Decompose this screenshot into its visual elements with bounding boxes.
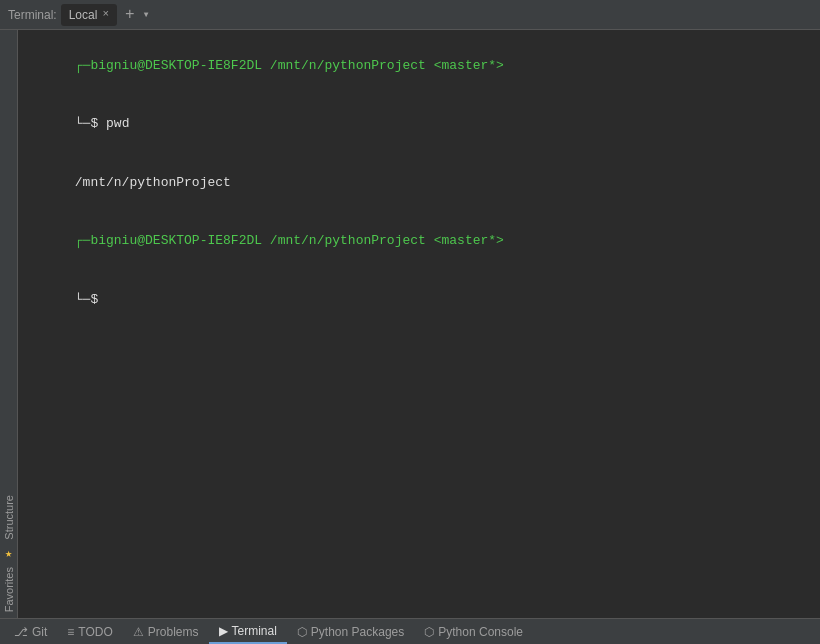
todo-tab[interactable]: ≡ TODO bbox=[57, 619, 122, 644]
favorites-label[interactable]: Favorites bbox=[1, 561, 17, 618]
favorites-star-icon: ★ bbox=[5, 546, 12, 561]
python-packages-icon: ⬡ bbox=[297, 625, 307, 639]
terminal-line-4: ┌─bigniu@DESKTOP-IE8F2DL /mnt/n/pythonPr… bbox=[28, 212, 810, 271]
python-packages-tab[interactable]: ⬡ Python Packages bbox=[287, 619, 414, 644]
local-tab-label: Local bbox=[69, 8, 98, 22]
prompt-dollar-2: └─$ bbox=[75, 292, 106, 307]
local-tab[interactable]: Local × bbox=[61, 4, 117, 26]
problems-tab[interactable]: ⚠ Problems bbox=[123, 619, 209, 644]
output-1: /mnt/n/pythonProject bbox=[75, 175, 231, 190]
terminal-line-5[interactable]: └─$ bbox=[28, 270, 810, 329]
terminal-content[interactable]: ┌─bigniu@DESKTOP-IE8F2DL /mnt/n/pythonPr… bbox=[18, 30, 820, 618]
python-console-icon: ⬡ bbox=[424, 625, 434, 639]
add-tab-button[interactable]: + bbox=[121, 6, 139, 24]
python-console-tab[interactable]: ⬡ Python Console bbox=[414, 619, 533, 644]
terminal-body: Structure ★ Favorites ┌─bigniu@DESKTOP-I… bbox=[0, 30, 820, 618]
terminal-tab[interactable]: ▶ Terminal bbox=[209, 619, 287, 644]
git-label: Git bbox=[32, 625, 47, 639]
problems-icon: ⚠ bbox=[133, 625, 144, 639]
prompt-path-1: /mnt/n/pythonProject bbox=[262, 58, 426, 73]
prompt-branch-2: <master*> bbox=[426, 233, 504, 248]
terminal-line-3: /mnt/n/pythonProject bbox=[28, 153, 810, 212]
terminal-line-2: └─$ pwd bbox=[28, 95, 810, 154]
todo-icon: ≡ bbox=[67, 625, 74, 639]
prompt-dollar-1: └─$ bbox=[75, 116, 106, 131]
terminal-tab-bar: Terminal: Local × + ▾ bbox=[0, 0, 820, 30]
problems-label: Problems bbox=[148, 625, 199, 639]
terminal-line-1: ┌─bigniu@DESKTOP-IE8F2DL /mnt/n/pythonPr… bbox=[28, 36, 810, 95]
terminal-bottom-label: Terminal bbox=[232, 624, 277, 638]
todo-label: TODO bbox=[78, 625, 112, 639]
prompt-branch-1: <master*> bbox=[426, 58, 504, 73]
terminal-label: Terminal: bbox=[8, 8, 57, 22]
git-tab[interactable]: ⎇ Git bbox=[4, 619, 57, 644]
command-1: pwd bbox=[106, 116, 129, 131]
side-labels-panel: Structure ★ Favorites bbox=[0, 30, 18, 618]
prompt-user-1: ┌─bigniu@DESKTOP-IE8F2DL bbox=[75, 58, 262, 73]
structure-label[interactable]: Structure bbox=[1, 489, 17, 546]
terminal-icon: ▶ bbox=[219, 624, 228, 638]
tab-close-button[interactable]: × bbox=[102, 9, 109, 20]
git-icon: ⎇ bbox=[14, 625, 28, 639]
prompt-user-2: ┌─bigniu@DESKTOP-IE8F2DL bbox=[75, 233, 262, 248]
python-packages-label: Python Packages bbox=[311, 625, 404, 639]
prompt-path-2: /mnt/n/pythonProject bbox=[262, 233, 426, 248]
tab-dropdown-button[interactable]: ▾ bbox=[143, 7, 150, 22]
bottom-bar: ⎇ Git ≡ TODO ⚠ Problems ▶ Terminal ⬡ Pyt… bbox=[0, 618, 820, 644]
python-console-label: Python Console bbox=[438, 625, 523, 639]
